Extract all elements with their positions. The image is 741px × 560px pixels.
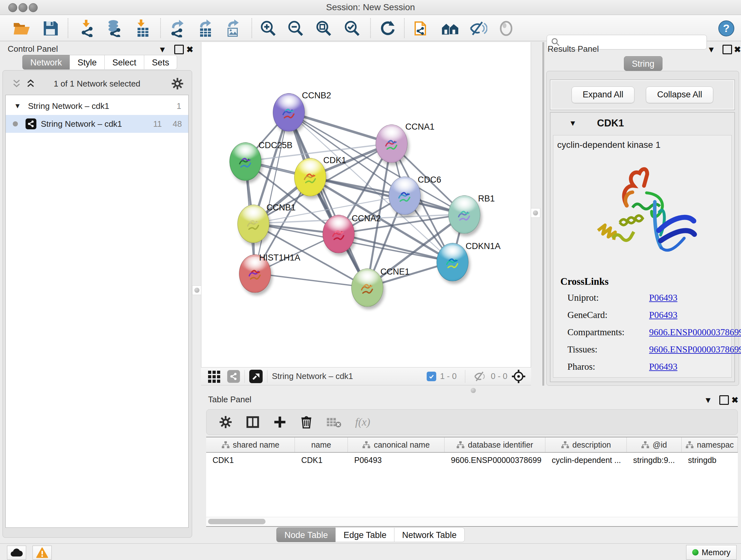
results-panel-menu-icon[interactable]: ▼ bbox=[707, 45, 716, 54]
collection-expander-icon[interactable]: ▼ bbox=[14, 102, 21, 110]
zoom-out-icon[interactable] bbox=[287, 19, 305, 37]
node-RB1[interactable] bbox=[448, 195, 480, 234]
node-entry-header[interactable]: ▼ CDK1 bbox=[550, 113, 734, 134]
tab-style[interactable]: Style bbox=[70, 55, 105, 70]
bottom-splitter-handle[interactable] bbox=[469, 387, 477, 394]
column-header-description[interactable]: description bbox=[545, 437, 627, 452]
delete-table-icon[interactable] bbox=[327, 416, 341, 428]
node-CCNA2[interactable] bbox=[323, 215, 354, 253]
help-icon[interactable]: ? bbox=[718, 19, 735, 37]
crosslink-value-link[interactable]: P06493 bbox=[649, 293, 677, 303]
network-view-icon[interactable] bbox=[227, 370, 240, 383]
tab-sets[interactable]: Sets bbox=[144, 55, 177, 70]
control-panel-tabs: NetworkStyleSelectSets bbox=[22, 55, 177, 70]
tab-select[interactable]: Select bbox=[105, 55, 144, 70]
node-CDC25B[interactable] bbox=[229, 142, 261, 181]
table-row[interactable]: CDK1CDK1P064939606.ENSP00000378699cyclin… bbox=[206, 453, 738, 468]
export-table-icon[interactable] bbox=[197, 19, 214, 37]
table-panel-float-icon[interactable] bbox=[719, 395, 729, 407]
crosslink-value-link[interactable]: P06493 bbox=[649, 361, 677, 372]
column-header-canonical-name[interactable]: canonical name bbox=[348, 437, 445, 452]
save-session-icon[interactable] bbox=[42, 19, 59, 37]
entry-expander-icon[interactable]: ▼ bbox=[569, 119, 577, 128]
column-header-@id[interactable]: @id bbox=[627, 437, 682, 452]
node-CDKN1A[interactable] bbox=[436, 243, 468, 281]
home-pages-icon[interactable] bbox=[441, 19, 459, 37]
network-from-clipboard-icon[interactable] bbox=[413, 19, 431, 37]
tab-network[interactable]: Network bbox=[22, 55, 70, 70]
delete-column-icon[interactable] bbox=[300, 415, 313, 429]
hide-selected-icon[interactable] bbox=[469, 19, 487, 37]
add-column-icon[interactable] bbox=[273, 416, 286, 428]
edge-HIST1H1A-CCNE1[interactable] bbox=[255, 273, 367, 287]
results-panel-close-icon[interactable]: ✖ bbox=[734, 45, 741, 54]
control-panel-menu-icon[interactable]: ▼ bbox=[158, 45, 166, 54]
network-canvas[interactable]: CCNB2 CCNA1 CDC25B CDK1 CDC6 RB1 CCNB1 C… bbox=[201, 42, 531, 367]
expand-all-button[interactable]: Expand All bbox=[571, 86, 635, 103]
node-CCNE1[interactable] bbox=[351, 268, 383, 307]
collapse-all-button[interactable]: Collapse All bbox=[646, 86, 713, 103]
scrollbar-thumb[interactable] bbox=[208, 519, 266, 524]
zoom-fit-icon[interactable] bbox=[315, 19, 333, 37]
crosslink-value-link[interactable]: 9606.ENSP00000378699 bbox=[649, 327, 741, 337]
open-session-icon[interactable] bbox=[13, 19, 30, 37]
network-row-selected[interactable]: String Network – cdk1 11 48 bbox=[6, 115, 188, 133]
import-network-database-icon[interactable] bbox=[105, 19, 123, 37]
birdseye-view-icon[interactable] bbox=[249, 370, 263, 383]
table-cell[interactable]: stringdb:9... bbox=[627, 453, 682, 468]
network-collection-row[interactable]: ▼ String Network – cdk1 1 bbox=[6, 97, 188, 115]
grid-view-icon[interactable] bbox=[207, 369, 221, 383]
fit-content-icon[interactable] bbox=[511, 369, 526, 384]
cloud-button[interactable] bbox=[7, 546, 26, 560]
node-CCNB2[interactable] bbox=[273, 93, 305, 132]
node-CDC6[interactable] bbox=[389, 177, 421, 215]
export-image-icon[interactable] bbox=[224, 19, 242, 37]
function-builder-icon[interactable]: f(x) bbox=[355, 416, 370, 428]
node-CCNB1[interactable] bbox=[238, 205, 269, 243]
column-header-namespac[interactable]: namespac bbox=[682, 437, 738, 452]
results-tab-string[interactable]: String bbox=[624, 56, 663, 71]
node-CCNA1[interactable] bbox=[376, 125, 408, 163]
right-splitter-handle[interactable] bbox=[531, 208, 540, 218]
crosslink-value-link[interactable]: 9606.ENSP00000378699 bbox=[649, 344, 741, 355]
show-columns-icon[interactable] bbox=[246, 415, 259, 429]
protein-thumbnail-icon bbox=[236, 152, 255, 174]
crosslink-value-link[interactable]: P06493 bbox=[649, 310, 677, 320]
export-network-icon[interactable] bbox=[169, 19, 187, 37]
zoom-selected-icon[interactable] bbox=[343, 19, 361, 37]
left-splitter-handle[interactable] bbox=[192, 286, 202, 295]
column-header-database-identifier[interactable]: database identifier bbox=[445, 437, 545, 452]
column-header-name[interactable]: name bbox=[295, 437, 348, 452]
table-cell[interactable]: 9606.ENSP00000378699 bbox=[445, 453, 545, 468]
selected-checkbox-icon[interactable] bbox=[427, 372, 436, 381]
tab-edge-table[interactable]: Edge Table bbox=[335, 527, 394, 542]
import-network-file-icon[interactable] bbox=[78, 19, 96, 37]
table-cell[interactable]: P06493 bbox=[348, 453, 445, 468]
memory-button[interactable]: Memory bbox=[686, 545, 737, 560]
zoom-in-icon[interactable] bbox=[259, 19, 277, 37]
warnings-button[interactable] bbox=[32, 546, 52, 560]
tab-node-table[interactable]: Node Table bbox=[276, 527, 335, 542]
table-horizontal-scrollbar[interactable] bbox=[206, 517, 738, 526]
control-panel-close-icon[interactable]: ✖ bbox=[186, 45, 193, 54]
table-cell[interactable]: cyclin-dependent ... bbox=[545, 453, 627, 468]
table-settings-gear-icon[interactable] bbox=[219, 416, 232, 428]
column-header-shared-name[interactable]: shared name bbox=[206, 437, 295, 452]
gear-icon[interactable] bbox=[172, 78, 184, 90]
show-all-icon[interactable] bbox=[497, 19, 515, 37]
table-panel-close-icon[interactable]: ✖ bbox=[731, 395, 738, 405]
tab-network-table[interactable]: Network Table bbox=[394, 527, 465, 542]
control-panel-float-icon[interactable] bbox=[174, 45, 184, 56]
right-splitter[interactable] bbox=[542, 42, 544, 386]
refresh-icon[interactable] bbox=[379, 19, 396, 37]
import-table-icon[interactable] bbox=[134, 19, 152, 37]
crosslink-row: GeneCard: P06493 bbox=[567, 310, 727, 324]
table-cell[interactable]: stringdb bbox=[682, 453, 738, 468]
table-cell[interactable]: CDK1 bbox=[295, 453, 348, 468]
table-cell[interactable]: CDK1 bbox=[206, 453, 295, 468]
edge-CCNB2-HIST1H1A[interactable] bbox=[255, 112, 288, 273]
results-panel-float-icon[interactable] bbox=[723, 45, 732, 56]
protein-thumbnail-icon bbox=[358, 278, 377, 300]
table-panel-menu-icon[interactable]: ▼ bbox=[704, 395, 712, 405]
node-CDK1[interactable] bbox=[294, 158, 326, 196]
